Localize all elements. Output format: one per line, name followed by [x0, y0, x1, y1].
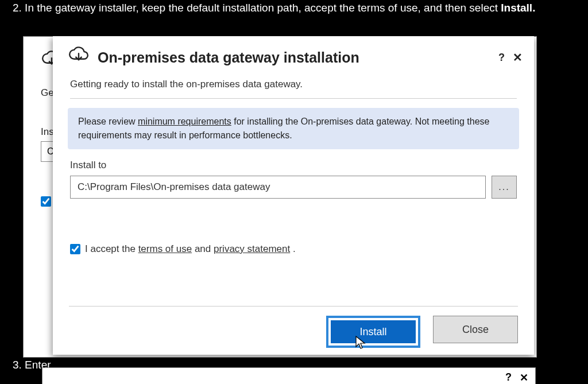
accept-terms-text: I accept the terms of use and privacy st…: [85, 243, 296, 255]
installer-dialog: On-premises data gateway installation ? …: [53, 36, 534, 355]
accept-terms-checkbox[interactable]: [70, 244, 80, 254]
close-icon[interactable]: ✕: [520, 371, 528, 384]
help-icon[interactable]: ?: [505, 371, 512, 384]
terms-of-use-link[interactable]: terms of use: [138, 243, 192, 254]
bottom-back-window: ? ✕: [42, 367, 536, 384]
min-requirements-link[interactable]: minimum requirements: [138, 117, 231, 126]
step-2-install-word: Install.: [501, 2, 535, 14]
cloud-download-icon: [68, 45, 90, 69]
step-2-text: 2. In the gateway installer, keep the de…: [13, 2, 501, 14]
close-button[interactable]: Close: [433, 316, 518, 343]
help-icon[interactable]: ?: [498, 52, 505, 64]
install-to-label: Install to: [70, 160, 517, 171]
close-icon[interactable]: ✕: [513, 52, 523, 63]
install-button-highlight: Install: [326, 316, 420, 348]
subheader-text: Getting ready to install the on-premises…: [53, 75, 534, 98]
back-accept-checkbox[interactable]: [41, 196, 51, 207]
dialog-title: On-premises data gateway installation: [98, 49, 359, 66]
install-button[interactable]: Install: [331, 320, 416, 343]
install-path-input[interactable]: [70, 176, 486, 199]
requirements-banner: Please review minimum requirements for i…: [68, 108, 519, 149]
divider: [70, 98, 517, 99]
step-2-instruction: 2. In the gateway installer, keep the de…: [0, 0, 588, 20]
browse-button[interactable]: ...: [492, 176, 517, 199]
privacy-statement-link[interactable]: privacy statement: [214, 243, 290, 254]
